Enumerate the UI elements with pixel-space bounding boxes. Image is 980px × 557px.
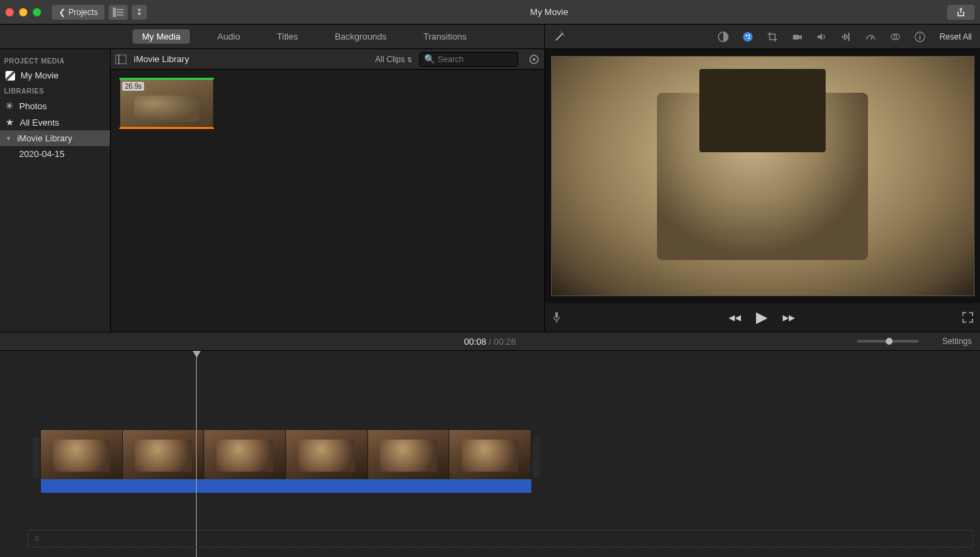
svg-rect-28 — [555, 312, 558, 318]
color-balance-icon — [718, 31, 729, 42]
sidebar-heading-libraries: LIBRARIES — [0, 83, 110, 98]
svg-rect-19 — [844, 33, 845, 40]
browser-tabs: My Media Audio Titles Backgrounds Transi… — [0, 25, 544, 49]
sidebar-item-all-events[interactable]: ★ All Events — [0, 114, 110, 130]
tab-audio[interactable]: Audio — [208, 29, 249, 44]
traffic-lights — [5, 8, 41, 16]
clip-trim-handle-left[interactable] — [33, 437, 40, 478]
sidebar-item-date-event[interactable]: 2020-04-15 — [0, 146, 110, 162]
chevron-left-icon: ❮ — [59, 8, 66, 17]
filmstrip-frame — [204, 430, 286, 479]
clip-filter-button[interactable] — [889, 31, 901, 43]
svg-point-14 — [745, 34, 746, 35]
library-list-toggle-button[interactable] — [109, 5, 128, 20]
crop-button[interactable] — [766, 31, 779, 43]
tab-transitions[interactable]: Transitions — [414, 29, 476, 44]
sidebar-item-label: All Events — [20, 117, 59, 128]
titlebar: ❮ Projects ↧ My Movie — [0, 0, 980, 25]
svg-line-8 — [556, 33, 563, 40]
info-button[interactable] — [914, 31, 926, 43]
sidebar-toggle-icon[interactable] — [115, 55, 127, 64]
svg-point-26 — [919, 34, 921, 35]
timeline-clip[interactable] — [41, 430, 531, 493]
transport-bar: ◂◂ ▶ ▸▸ — [545, 303, 980, 332]
stabilization-button[interactable] — [791, 31, 803, 43]
timeline-settings-button[interactable]: Settings — [942, 337, 972, 346]
back-to-projects-button[interactable]: ❮ Projects — [52, 5, 104, 20]
play-button[interactable]: ▶ — [756, 309, 768, 326]
sidebar-item-my-movie[interactable]: My Movie — [0, 68, 110, 83]
clip-filmstrip — [41, 430, 531, 479]
window-title: My Movie — [151, 7, 947, 17]
close-window-button[interactable] — [5, 8, 14, 16]
reset-all-button[interactable]: Reset All — [940, 32, 972, 42]
tab-my-media[interactable]: My Media — [132, 29, 190, 44]
previous-button[interactable]: ◂◂ — [729, 310, 741, 325]
volume-button[interactable] — [815, 31, 828, 43]
triangle-down-icon: ▼ — [5, 135, 12, 142]
fullscreen-button[interactable] — [962, 312, 973, 323]
svg-point-7 — [533, 58, 535, 61]
sidebar-item-imovie-library[interactable]: ▼ iMovie Library — [0, 130, 110, 146]
zoom-slider[interactable] — [857, 340, 919, 343]
filmstrip-frame — [449, 430, 531, 479]
playhead[interactable] — [196, 351, 197, 557]
browser-settings-button[interactable] — [528, 53, 540, 66]
preview-frame[interactable] — [551, 56, 975, 296]
clip-trim-handle-right[interactable] — [533, 437, 540, 478]
browser-header: iMovie Library All Clips ⇅ 🔍 — [111, 49, 544, 70]
clip-filter-dropdown[interactable]: All Clips ⇅ — [375, 55, 412, 64]
voiceover-button[interactable] — [552, 311, 561, 324]
zoom-slider-thumb[interactable] — [886, 338, 893, 345]
next-button[interactable]: ▸▸ — [783, 310, 795, 325]
search-icon: 🔍 — [424, 54, 435, 64]
sidebar-item-photos[interactable]: ✳ Photos — [0, 98, 110, 114]
sidebar-item-label: My Movie — [20, 70, 59, 81]
star-icon: ★ — [5, 117, 14, 128]
svg-rect-27 — [919, 36, 921, 40]
svg-rect-18 — [842, 35, 843, 38]
updown-icon: ⇅ — [407, 57, 412, 63]
info-icon — [914, 31, 925, 42]
sidebar-item-label: iMovie Library — [17, 133, 72, 143]
maximize-window-button[interactable] — [33, 8, 41, 16]
palette-icon — [742, 31, 753, 42]
media-clip[interactable]: 26.9s — [119, 78, 214, 129]
search-box[interactable]: 🔍 — [419, 52, 518, 67]
clip-thumbnail-image — [134, 96, 199, 122]
color-balance-button[interactable] — [717, 31, 729, 43]
search-input[interactable] — [438, 55, 514, 64]
time-display: 00:08 / 00:26 — [464, 337, 516, 347]
current-time: 00:08 — [464, 337, 487, 347]
equalizer-icon — [841, 31, 852, 42]
svg-point-10 — [560, 31, 561, 33]
expand-icon — [962, 312, 973, 323]
library-path-label: iMovie Library — [134, 54, 189, 64]
svg-rect-17 — [793, 35, 799, 40]
download-icon: ↧ — [136, 8, 143, 17]
import-button[interactable]: ↧ — [132, 5, 147, 20]
filmstrip-frame — [41, 430, 123, 479]
speed-button[interactable] — [865, 31, 877, 43]
background-music-track[interactable]: ♫ — [27, 530, 973, 547]
photos-icon: ✳ — [5, 100, 14, 111]
sidebar-item-label: Photos — [19, 101, 46, 111]
preview-background-element — [699, 69, 826, 153]
clip-duration-badge: 26.9s — [122, 82, 144, 91]
svg-point-9 — [562, 33, 563, 34]
tab-backgrounds[interactable]: Backgrounds — [325, 29, 396, 44]
noise-reduction-button[interactable] — [840, 31, 852, 43]
share-button[interactable] — [947, 5, 975, 20]
adjustment-icons — [717, 31, 926, 43]
time-indicator-row: 00:08 / 00:26 Settings — [0, 332, 980, 351]
sidebar-heading-project-media: PROJECT MEDIA — [0, 53, 110, 68]
wand-icon — [553, 31, 565, 43]
tab-titles[interactable]: Titles — [268, 29, 308, 44]
timeline[interactable]: ♫ — [0, 351, 980, 557]
minimize-window-button[interactable] — [19, 8, 27, 16]
enhance-button[interactable] — [553, 31, 565, 43]
clip-audio-waveform[interactable] — [41, 479, 531, 493]
color-correction-button[interactable] — [742, 31, 754, 43]
total-time: 00:26 — [494, 337, 516, 347]
svg-point-11 — [563, 35, 565, 36]
